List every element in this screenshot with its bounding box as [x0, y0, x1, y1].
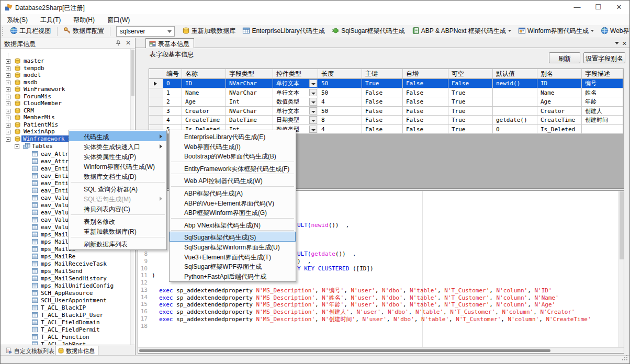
grid-cell[interactable]: 单行文本 [273, 88, 318, 98]
context-menu-item-2[interactable]: 实体类属性生成(P) [69, 151, 166, 161]
grid-row-selector[interactable] [149, 79, 163, 88]
tree-table-item[interactable]: mps_MailSend [1, 268, 135, 275]
codegen-submenu-item-4[interactable]: EntityFramework实体框架代码生成(F) [170, 163, 296, 173]
grid-column-header[interactable]: 字段类型 [226, 69, 273, 79]
grid-cell[interactable]: True [448, 125, 493, 134]
grid-cell[interactable]: 50 [318, 79, 362, 88]
tree-table-item[interactable]: mps_MailSendHistory [1, 275, 135, 282]
combo-dropdown-icon[interactable] [309, 126, 317, 133]
grid-cell[interactable]: False [362, 125, 403, 134]
grid-cell[interactable]: 年龄 [582, 97, 623, 107]
codegen-submenu-item-2[interactable]: Bootstrap的Web界面代码生成(B) [170, 151, 296, 161]
grid-cell[interactable]: Creator [537, 107, 582, 116]
close-button[interactable]: ✕ [609, 1, 629, 14]
grid-cell[interactable]: False [403, 79, 448, 88]
expand-icon[interactable] [6, 136, 10, 141]
grid-cell[interactable]: 单行文本 [273, 79, 318, 88]
context-menu-item-4[interactable]: 数据库文档生成(D) [69, 171, 166, 181]
context-menu-item-6[interactable]: SQL 查询分析器(A) [69, 184, 166, 194]
grid-cell[interactable]: False [362, 97, 403, 107]
grid-cell[interactable]: NVarChar [226, 107, 273, 116]
grid-cell[interactable]: True [448, 88, 493, 98]
tree-table-item[interactable]: T_ACL_FieldDomain [1, 319, 135, 326]
grid-cell[interactable]: CreateTime [182, 116, 226, 125]
tree-table-item[interactable]: mps_MailRe [1, 253, 135, 260]
grid-column-header[interactable]: 可空 [448, 69, 493, 79]
context-menu-item-11[interactable]: 重新加载数据库(R) [69, 226, 166, 236]
codegen-submenu-item-10[interactable]: ABP框架Winform界面生成(G) [170, 207, 296, 217]
grid-cell[interactable]: ID [537, 79, 582, 88]
grid-cell[interactable]: True [448, 97, 493, 107]
grid-cell[interactable]: newid() [493, 79, 537, 88]
grid-cell[interactable]: False [362, 116, 403, 125]
grid-cell[interactable]: 50 [318, 88, 362, 98]
expand-icon[interactable] [6, 66, 10, 71]
tree-table-item[interactable]: T_ACL_JobPost [1, 341, 135, 345]
grid-cell[interactable]: 4 [163, 116, 182, 125]
grid-cell[interactable]: NVarChar [226, 88, 273, 98]
vscrollbar-thumb[interactable] [620, 191, 624, 259]
codegen-submenu-item-14[interactable]: SqlSugar框架代码生成(S) [170, 232, 296, 242]
grid-cell[interactable]: False [403, 116, 448, 125]
context-menu-item-3[interactable]: Winform界面代码生成(W) [69, 161, 166, 171]
tree-db-item[interactable]: PatientMis [1, 121, 135, 129]
tree-table-item[interactable]: T_ACL_Function [1, 334, 135, 341]
expand-icon[interactable] [6, 101, 10, 106]
grid-cell[interactable] [493, 97, 537, 107]
grid-cell[interactable]: 2 [163, 97, 182, 107]
tree-db-item[interactable]: ForumMis [1, 93, 135, 100]
grid-cell[interactable]: Name [182, 88, 226, 98]
grid-row-selector[interactable] [149, 116, 163, 125]
grid-row-selector[interactable] [149, 97, 163, 107]
codegen-submenu-item-1[interactable]: Web界面代码生成(I) [170, 141, 296, 151]
grid-cell[interactable]: Age [537, 97, 582, 107]
grid-cell[interactable]: True [448, 107, 493, 116]
menu-item-3[interactable]: 窗口(W) [101, 14, 136, 25]
tree-table-item[interactable]: SCH_UserAppointment [1, 297, 135, 304]
tree-db-item[interactable]: WinFramework [1, 86, 135, 93]
grid-cell[interactable]: 8 [318, 116, 362, 125]
grid-column-header[interactable]: 长度 [318, 69, 362, 79]
grid-column-header[interactable]: 字段描述 [582, 69, 623, 79]
grid-cell[interactable]: NVarChar [226, 79, 273, 88]
bottom-tab-0[interactable]: 自定义模板列表 [4, 346, 58, 356]
web-codegen-button[interactable]: Web界面代码生成 [598, 25, 630, 38]
combo-dropdown-icon[interactable] [309, 107, 317, 115]
menu-item-1[interactable]: 工具(T) [34, 14, 67, 25]
grid-cell[interactable]: 0 [163, 79, 182, 88]
expand-icon[interactable] [6, 115, 10, 120]
tree-db-item[interactable]: model [1, 72, 135, 79]
collapse-icon[interactable] [15, 144, 19, 149]
grid-cell[interactable]: CreateTime [537, 116, 582, 125]
grid-cell[interactable]: False [403, 88, 448, 98]
expand-icon[interactable] [6, 73, 10, 77]
grid-cell[interactable]: 0 [493, 125, 537, 134]
abp-codegen-button[interactable]: ABP & ABPNext 框架代码生成 [409, 25, 514, 38]
context-menu-item-1[interactable]: 实体类生成快速入口 [69, 141, 166, 151]
menu-item-0[interactable]: 系统(S) [1, 14, 34, 25]
grid-cell[interactable]: 50 [318, 107, 362, 116]
tree-table-item[interactable]: T_ACL_BlackIP [1, 304, 135, 312]
grid-cell[interactable]: False [362, 88, 403, 98]
tree-db-item[interactable]: tempdb [1, 65, 135, 72]
grid-cell[interactable]: Int [226, 97, 273, 107]
grid-cell[interactable]: False [403, 125, 448, 134]
combo-dropdown-icon[interactable] [309, 89, 317, 97]
expand-icon[interactable] [6, 87, 10, 92]
codegen-submenu-item-0[interactable]: EnterpriseLibrary代码生成(E) [170, 131, 296, 141]
codegen-submenu-item-12[interactable]: Abp VNext框架代码生成(N) [170, 220, 296, 230]
minimize-button[interactable]: — [567, 1, 588, 14]
grid-cell[interactable]: 4 [318, 125, 362, 134]
tree-table-item[interactable]: mps_MailUnifiedConfig [1, 282, 135, 290]
tree-table-item[interactable]: mps_MailReceiveTask [1, 260, 135, 268]
grid-column-header[interactable]: 别名 [537, 69, 582, 79]
tree-db-item[interactable]: master [1, 58, 135, 65]
combo-dropdown-icon[interactable] [309, 79, 317, 87]
enterpriselibrary-codegen-button[interactable]: EnterpriseLibrary代码生成 [240, 25, 327, 38]
expand-icon[interactable] [6, 80, 10, 85]
grid-cell[interactable]: 3 [163, 107, 182, 116]
context-menu-item-13[interactable]: 刷新数据库列表 [69, 238, 166, 248]
grid-cell[interactable]: 单行文本 [273, 107, 318, 116]
codegen-submenu-item-17[interactable]: SqlSugar框架WPF界面生成 [170, 261, 296, 271]
server-type-combo[interactable]: sqlserver [116, 26, 175, 37]
